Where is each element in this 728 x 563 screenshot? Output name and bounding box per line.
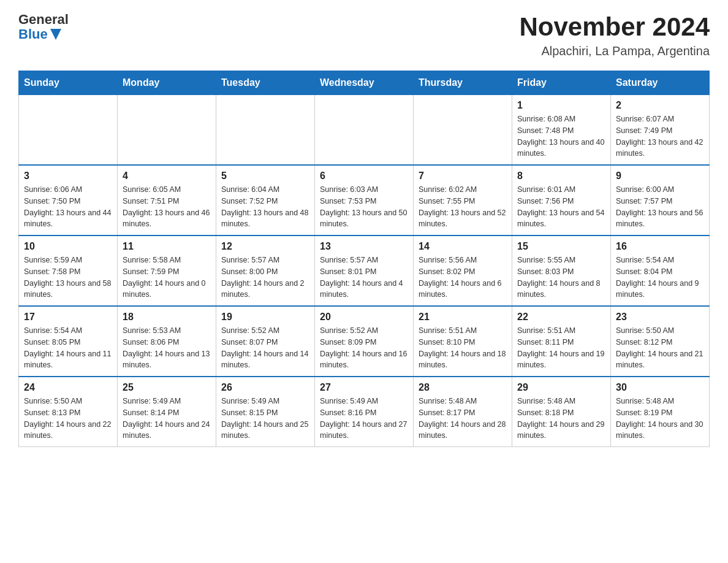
calendar-cell: 21Sunrise: 5:51 AMSunset: 8:10 PMDayligh… xyxy=(414,306,512,377)
calendar-week-row: 1Sunrise: 6:08 AMSunset: 7:48 PMDaylight… xyxy=(19,95,710,166)
day-info: Sunrise: 5:56 AMSunset: 8:02 PMDaylight:… xyxy=(419,255,507,301)
calendar-cell xyxy=(19,95,118,166)
day-info: Sunrise: 6:00 AMSunset: 7:57 PMDaylight:… xyxy=(616,184,704,230)
day-info: Sunrise: 6:02 AMSunset: 7:55 PMDaylight:… xyxy=(419,184,507,230)
day-info: Sunrise: 5:57 AMSunset: 8:01 PMDaylight:… xyxy=(320,255,408,301)
day-number: 29 xyxy=(517,382,605,393)
calendar-cell: 25Sunrise: 5:49 AMSunset: 8:14 PMDayligh… xyxy=(118,377,216,447)
day-info: Sunrise: 6:07 AMSunset: 7:49 PMDaylight:… xyxy=(616,113,704,159)
svg-marker-0 xyxy=(50,29,61,40)
day-number: 14 xyxy=(419,241,507,252)
day-number: 23 xyxy=(616,312,704,323)
calendar-cell: 13Sunrise: 5:57 AMSunset: 8:01 PMDayligh… xyxy=(315,236,414,306)
page-subtitle: Alpachiri, La Pampa, Argentina xyxy=(519,44,710,58)
day-number: 10 xyxy=(24,241,112,252)
day-info: Sunrise: 6:05 AMSunset: 7:51 PMDaylight:… xyxy=(123,184,211,230)
calendar-header: SundayMondayTuesdayWednesdayThursdayFrid… xyxy=(19,71,710,95)
weekday-header: Friday xyxy=(512,71,611,95)
weekday-header: Tuesday xyxy=(216,71,315,95)
day-number: 24 xyxy=(24,382,112,393)
weekday-header-row: SundayMondayTuesdayWednesdayThursdayFrid… xyxy=(19,71,710,95)
calendar-cell: 14Sunrise: 5:56 AMSunset: 8:02 PMDayligh… xyxy=(414,236,512,306)
title-area: November 2024 Alpachiri, La Pampa, Argen… xyxy=(519,12,710,58)
weekday-header: Saturday xyxy=(611,71,710,95)
calendar-cell xyxy=(315,95,414,166)
day-info: Sunrise: 5:52 AMSunset: 8:07 PMDaylight:… xyxy=(221,325,309,371)
calendar-cell: 7Sunrise: 6:02 AMSunset: 7:55 PMDaylight… xyxy=(414,165,512,236)
calendar-cell: 23Sunrise: 5:50 AMSunset: 8:12 PMDayligh… xyxy=(611,306,710,377)
calendar-cell: 2Sunrise: 6:07 AMSunset: 7:49 PMDaylight… xyxy=(611,95,710,166)
calendar-cell xyxy=(414,95,512,166)
day-info: Sunrise: 5:55 AMSunset: 8:03 PMDaylight:… xyxy=(517,255,605,301)
calendar-cell: 29Sunrise: 5:48 AMSunset: 8:18 PMDayligh… xyxy=(512,377,611,447)
day-number: 7 xyxy=(419,170,507,182)
day-number: 6 xyxy=(320,170,408,182)
day-number: 27 xyxy=(320,382,408,393)
calendar-week-row: 10Sunrise: 5:59 AMSunset: 7:58 PMDayligh… xyxy=(19,236,710,306)
day-info: Sunrise: 5:58 AMSunset: 7:59 PMDaylight:… xyxy=(123,255,211,301)
calendar-cell: 9Sunrise: 6:00 AMSunset: 7:57 PMDaylight… xyxy=(611,165,710,236)
day-info: Sunrise: 5:49 AMSunset: 8:16 PMDaylight:… xyxy=(320,396,408,442)
day-number: 17 xyxy=(24,312,112,323)
calendar-cell: 26Sunrise: 5:49 AMSunset: 8:15 PMDayligh… xyxy=(216,377,315,447)
calendar-cell: 17Sunrise: 5:54 AMSunset: 8:05 PMDayligh… xyxy=(19,306,118,377)
day-number: 5 xyxy=(221,170,309,182)
day-number: 26 xyxy=(221,382,309,393)
day-number: 19 xyxy=(221,312,309,323)
calendar-cell: 15Sunrise: 5:55 AMSunset: 8:03 PMDayligh… xyxy=(512,236,611,306)
day-info: Sunrise: 5:48 AMSunset: 8:18 PMDaylight:… xyxy=(517,396,605,442)
day-number: 11 xyxy=(123,241,211,252)
day-info: Sunrise: 5:49 AMSunset: 8:15 PMDaylight:… xyxy=(221,396,309,442)
calendar-cell: 11Sunrise: 5:58 AMSunset: 7:59 PMDayligh… xyxy=(118,236,216,306)
day-info: Sunrise: 6:06 AMSunset: 7:50 PMDaylight:… xyxy=(24,184,112,230)
calendar-cell: 24Sunrise: 5:50 AMSunset: 8:13 PMDayligh… xyxy=(19,377,118,447)
calendar-cell: 20Sunrise: 5:52 AMSunset: 8:09 PMDayligh… xyxy=(315,306,414,377)
day-number: 25 xyxy=(123,382,211,393)
day-number: 3 xyxy=(24,170,112,182)
calendar-cell: 28Sunrise: 5:48 AMSunset: 8:17 PMDayligh… xyxy=(414,377,512,447)
calendar-cell: 8Sunrise: 6:01 AMSunset: 7:56 PMDaylight… xyxy=(512,165,611,236)
calendar-cell: 10Sunrise: 5:59 AMSunset: 7:58 PMDayligh… xyxy=(19,236,118,306)
calendar-week-row: 24Sunrise: 5:50 AMSunset: 8:13 PMDayligh… xyxy=(19,377,710,447)
day-info: Sunrise: 5:48 AMSunset: 8:19 PMDaylight:… xyxy=(616,396,704,442)
calendar-cell: 3Sunrise: 6:06 AMSunset: 7:50 PMDaylight… xyxy=(19,165,118,236)
day-number: 4 xyxy=(123,170,211,182)
calendar-cell xyxy=(118,95,216,166)
page-header: General Blue November 2024 Alpachiri, La… xyxy=(18,12,710,58)
day-number: 30 xyxy=(616,382,704,393)
logo[interactable]: General Blue xyxy=(18,12,69,42)
day-number: 12 xyxy=(221,241,309,252)
calendar-cell: 12Sunrise: 5:57 AMSunset: 8:00 PMDayligh… xyxy=(216,236,315,306)
day-number: 9 xyxy=(616,170,704,182)
weekday-header: Monday xyxy=(118,71,216,95)
day-info: Sunrise: 5:51 AMSunset: 8:10 PMDaylight:… xyxy=(419,325,507,371)
weekday-header: Wednesday xyxy=(315,71,414,95)
day-number: 15 xyxy=(517,241,605,252)
weekday-header: Sunday xyxy=(19,71,118,95)
logo-triangle-icon xyxy=(50,29,61,40)
calendar-body: 1Sunrise: 6:08 AMSunset: 7:48 PMDaylight… xyxy=(19,95,710,447)
day-info: Sunrise: 5:50 AMSunset: 8:13 PMDaylight:… xyxy=(24,396,112,442)
calendar-cell: 1Sunrise: 6:08 AMSunset: 7:48 PMDaylight… xyxy=(512,95,611,166)
day-info: Sunrise: 5:49 AMSunset: 8:14 PMDaylight:… xyxy=(123,396,211,442)
calendar-table: SundayMondayTuesdayWednesdayThursdayFrid… xyxy=(18,71,710,447)
day-number: 13 xyxy=(320,241,408,252)
day-info: Sunrise: 5:52 AMSunset: 8:09 PMDaylight:… xyxy=(320,325,408,371)
calendar-cell: 19Sunrise: 5:52 AMSunset: 8:07 PMDayligh… xyxy=(216,306,315,377)
day-info: Sunrise: 5:57 AMSunset: 8:00 PMDaylight:… xyxy=(221,255,309,301)
day-number: 21 xyxy=(419,312,507,323)
day-info: Sunrise: 6:08 AMSunset: 7:48 PMDaylight:… xyxy=(517,113,605,159)
day-info: Sunrise: 5:59 AMSunset: 7:58 PMDaylight:… xyxy=(24,255,112,301)
day-info: Sunrise: 5:54 AMSunset: 8:05 PMDaylight:… xyxy=(24,325,112,371)
calendar-week-row: 17Sunrise: 5:54 AMSunset: 8:05 PMDayligh… xyxy=(19,306,710,377)
calendar-cell: 27Sunrise: 5:49 AMSunset: 8:16 PMDayligh… xyxy=(315,377,414,447)
day-info: Sunrise: 5:48 AMSunset: 8:17 PMDaylight:… xyxy=(419,396,507,442)
calendar-cell: 16Sunrise: 5:54 AMSunset: 8:04 PMDayligh… xyxy=(611,236,710,306)
day-info: Sunrise: 5:53 AMSunset: 8:06 PMDaylight:… xyxy=(123,325,211,371)
day-number: 16 xyxy=(616,241,704,252)
day-info: Sunrise: 5:51 AMSunset: 8:11 PMDaylight:… xyxy=(517,325,605,371)
logo-blue: Blue xyxy=(18,27,69,42)
calendar-cell: 30Sunrise: 5:48 AMSunset: 8:19 PMDayligh… xyxy=(611,377,710,447)
day-info: Sunrise: 5:50 AMSunset: 8:12 PMDaylight:… xyxy=(616,325,704,371)
calendar-cell: 22Sunrise: 5:51 AMSunset: 8:11 PMDayligh… xyxy=(512,306,611,377)
